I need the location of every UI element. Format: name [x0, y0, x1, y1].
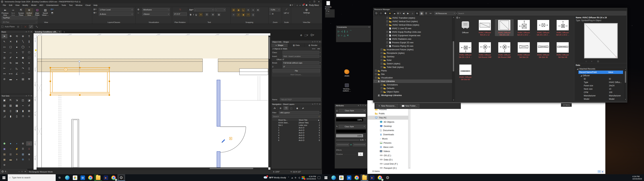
z-field[interactable]: 0"	[282, 65, 320, 68]
tree-expand-icon[interactable]: +	[386, 31, 388, 33]
toolset-tool-13[interactable]: ▮	[20, 109, 26, 113]
toolset-tool-2[interactable]: ⇲	[14, 98, 20, 102]
toolset-tool-16[interactable]: ▮	[8, 114, 14, 118]
oip-more-icon[interactable]: ●●●	[312, 48, 316, 50]
basic-tool-10[interactable]: ▭	[2, 45, 8, 49]
pen-color-swatch[interactable]	[336, 130, 366, 133]
nav-design-layers-icon[interactable]: ≣	[278, 106, 283, 110]
toolset-tool-19[interactable]: ⍾	[26, 114, 32, 118]
settings-gear-icon[interactable]: ⚙ ˅	[290, 4, 293, 6]
auto-plane-checkbox[interactable]	[1, 26, 3, 28]
view-bar-settings-icon[interactable]: ◎	[292, 8, 321, 12]
preview-render-icon[interactable]: ◍	[597, 60, 599, 62]
basic-tool-20[interactable]: ◎	[2, 56, 8, 60]
palette-menu-icon[interactable]: ≡	[26, 31, 27, 33]
minimize-button[interactable]: ‒	[310, 1, 310, 3]
align-icon-3[interactable]: ▤	[217, 12, 221, 16]
filter-dropdown[interactable]: <All Layers>	[279, 111, 319, 114]
record-scrollbar[interactable]: ▲ ▼	[624, 69, 626, 100]
record-header-row[interactable]: Record Name/FieldValue	[578, 70, 623, 74]
pin-icon[interactable]: ⊤	[326, 10, 328, 12]
user-avatar-icon[interactable]: ⚉	[306, 4, 308, 6]
preview-3d-icon[interactable]: ◐	[591, 60, 592, 62]
toolset-category-13[interactable]: ▨	[20, 152, 26, 156]
constraint-4-icon[interactable]: ⌒	[350, 30, 352, 33]
mini-close-icon[interactable]: ✕	[25, 170, 26, 172]
basic-tool-40[interactable]: ⊘	[2, 77, 8, 81]
desktop-icon-utopia[interactable]: utopia	[342, 70, 352, 77]
tree-expand-icon[interactable]: −	[375, 80, 377, 82]
volume-icon[interactable]: ◁)	[298, 176, 300, 179]
taskbar-app-edge[interactable]	[330, 174, 338, 181]
new-tab-button[interactable]: ＋	[62, 30, 66, 33]
rm-vectorworks-icon[interactable]: Ⓥ	[374, 12, 378, 16]
basic-tool-41[interactable]: ▬	[8, 77, 14, 81]
view-btn-screen[interactable]: ⇱ ScreenPlane	[17, 8, 25, 16]
tray-expand-icon[interactable]: ⌃	[288, 176, 290, 179]
tree-item-sanitary[interactable]: +Sanitary	[373, 55, 452, 58]
basic-tool-21[interactable]: ✐	[8, 56, 14, 60]
toolset-tool-7[interactable]: ▦	[14, 104, 20, 108]
tree-item-hvac-radiators-vwx[interactable]: +HVAC Radiators.vwx	[373, 37, 452, 41]
toolset-tool-17[interactable]: ▯	[14, 114, 20, 118]
toolset-tool-18[interactable]: ⊓	[20, 114, 26, 118]
oip-tab-data[interactable]: ▤Data	[288, 44, 305, 47]
basic-tool-43[interactable]: ▤	[20, 77, 26, 81]
document-tab[interactable]: Existing Conditions v20...✕	[34, 30, 62, 33]
taskbar-app-chrome[interactable]	[353, 174, 360, 181]
tree-expand-icon[interactable]: +	[386, 17, 388, 19]
tree-expand-icon[interactable]: +	[381, 91, 382, 93]
render-mode-icon[interactable]: ◍	[137, 8, 140, 10]
scale-value[interactable]: 1/8"=1'	[283, 12, 290, 14]
menu-aec[interactable]: AEC	[38, 4, 45, 6]
tree-expand-icon[interactable]: +	[381, 52, 382, 54]
fill-color-swatch[interactable]	[336, 114, 366, 117]
tree-expand-icon[interactable]: +	[386, 24, 388, 26]
snap2-4-icon[interactable]: ∥	[251, 13, 255, 17]
toolset-category-16[interactable]: ▬	[8, 157, 14, 162]
details-view-icon[interactable]: ☰	[598, 170, 600, 173]
constraint-0-icon[interactable]: ▷	[338, 30, 340, 33]
basic-tool-29[interactable]: ✕	[26, 61, 32, 65]
snap-2-icon[interactable]: ◺	[241, 8, 246, 12]
toolset-tool-10[interactable]: ⊞	[2, 109, 8, 113]
palette-pin-icon[interactable]: ⊤	[316, 103, 318, 105]
explorer-item-3d-objects[interactable]: 3D Objects	[368, 120, 408, 124]
messages-icon[interactable]: ✉	[302, 4, 304, 6]
basic-tool-9[interactable]: ∥	[26, 40, 32, 44]
tree-item-hvac-equip-rooftop-units-vwx[interactable]: +HVAC Equip Rooftop Units.vwx	[373, 30, 452, 34]
col-sheet-number[interactable]: Sheet Nu...	[278, 119, 298, 121]
insert-field[interactable]: Wall - Insert Location	[282, 55, 319, 58]
oip-pager[interactable]: ◂●▸	[317, 48, 320, 50]
toolset-category-3[interactable]: ⊞	[20, 141, 26, 146]
snap2-3-icon[interactable]: ◠	[246, 13, 250, 17]
clock-time[interactable]: 4:34 PM	[632, 176, 640, 178]
class-dropdown[interactable]: A-Anno▾	[99, 12, 133, 16]
basic-tool-35[interactable]: ⊶	[2, 72, 8, 76]
tree-expand-icon[interactable]: +	[386, 20, 388, 22]
name-field[interactable]: *SELECTED*	[280, 98, 320, 101]
taskbar-app-chrome2[interactable]: R	[376, 174, 384, 181]
basic-tool-2[interactable]: ⟲	[14, 34, 20, 38]
rm-library-icon[interactable]: ⧉	[415, 12, 419, 16]
col-sort[interactable]: ▲	[317, 119, 320, 121]
taskbar-app-vectorworks[interactable]: V	[384, 174, 392, 181]
menu-entertainment[interactable]: Entertainment	[45, 4, 60, 6]
taskbar-app-store[interactable]	[338, 174, 345, 181]
layers-icon[interactable]: ≣˅	[93, 8, 96, 10]
toolset-category-7[interactable]: ⚡	[14, 147, 20, 151]
toolset-category-8[interactable]: ☰	[20, 147, 26, 151]
action-center-icon[interactable]	[318, 176, 320, 179]
snap-0-icon[interactable]: ⊞	[232, 8, 236, 12]
rm-user-icon[interactable]: ⚉	[384, 12, 388, 16]
layer-dropdown[interactable]: 1-Floor Level▾	[99, 8, 133, 12]
palette-close-icon[interactable]: ✕	[31, 95, 32, 97]
snap2-1-icon[interactable]: ⫽	[236, 13, 241, 17]
app-notification-icon[interactable]: 4	[302, 176, 304, 179]
sheet-row[interactable]: 2Arch D4	[272, 129, 320, 132]
start-button[interactable]	[322, 174, 330, 181]
toolset-tool-6[interactable]: ▥	[8, 104, 14, 108]
nav-references-icon[interactable]: ⇄	[300, 106, 306, 110]
rm-grid-view-icon[interactable]: ▦	[420, 12, 424, 16]
resource-card-hvac-diffuser-sa-24-x-24-4[interactable]: ΞHVAC DiffuserSA 24 x 24 4 ...	[456, 42, 475, 58]
